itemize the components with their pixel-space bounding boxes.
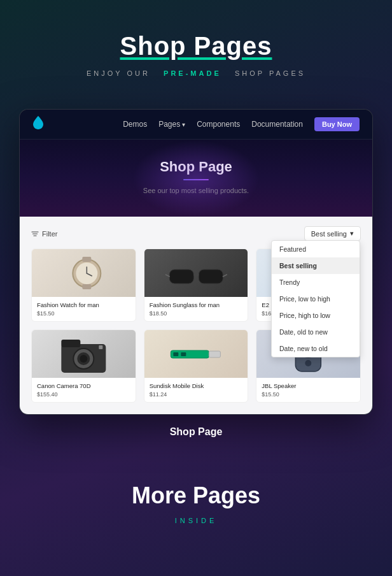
product-info-speaker: JBL Speaker $15.50 [256, 378, 360, 402]
inner-hero: Shop Page See our top most selling produ… [20, 140, 372, 217]
svg-rect-21 [99, 345, 102, 349]
filter-icon [31, 230, 39, 238]
product-image-usb [144, 330, 248, 378]
svg-rect-17 [61, 340, 80, 347]
filter-bar: Filter Best selling ▾ Featured Best sell… [31, 226, 361, 241]
product-card-sunglass[interactable]: ♡ ⊕ Fashion Sunglass for man $18.50 [144, 248, 249, 322]
svg-rect-11 [193, 273, 199, 276]
product-card-usb[interactable]: Sundisk Mobile Disk $11.24 [144, 329, 249, 403]
svg-rect-24 [173, 352, 178, 356]
svg-rect-8 [82, 284, 91, 289]
subtitle-suffix: SHOP PAGES [235, 69, 305, 77]
more-pages-title: More Pages [13, 482, 379, 509]
nav-link-pages[interactable]: Pages ▾ [158, 120, 185, 129]
product-name-watch: Fashion Watch for man [37, 301, 130, 308]
svg-line-13 [223, 275, 227, 277]
product-card-camera[interactable]: Canon Camera 70D $155.40 [31, 329, 136, 403]
inner-navbar: Demos Pages ▾ Components Documentation B… [20, 110, 372, 140]
subtitle-prefix: ENJOY OUR [87, 69, 150, 77]
inner-page-title: Shop Page [32, 159, 360, 175]
dropdown-item-featured[interactable]: Featured [272, 241, 360, 257]
sort-dropdown[interactable]: Best selling ▾ Featured Best selling Tre… [304, 226, 361, 241]
product-price-camera: $155.40 [37, 391, 130, 398]
header-subtitle: ENJOY OUR PRE-MADE SHOP PAGES [13, 69, 379, 77]
product-name-sunglass: Fashion Sunglass for man [150, 301, 243, 308]
product-info-watch: Fashion Watch for man $15.50 [32, 297, 136, 321]
dropdown-item-date-new-old[interactable]: Date, new to old [272, 340, 360, 357]
title-underline [183, 179, 209, 180]
inner-hero-subtitle: See our top most selling products. [32, 187, 360, 194]
product-image-watch [32, 249, 136, 297]
buy-now-button[interactable]: Buy Now [314, 117, 360, 131]
product-price-usb: $11.24 [150, 391, 243, 398]
product-image-camera [32, 330, 136, 378]
inner-nav-links: Demos Pages ▾ Components Documentation B… [123, 117, 360, 131]
header-section: Shop Pages ENJOY OUR PRE-MADE SHOP PAGES [0, 0, 392, 96]
cart-icon[interactable]: ⊕ [231, 275, 244, 287]
product-info-camera: Canon Camera 70D $155.40 [32, 378, 136, 402]
brand-logo [32, 116, 44, 133]
nav-link-documentation[interactable]: Documentation [251, 120, 303, 129]
svg-rect-9 [169, 270, 193, 284]
svg-rect-10 [199, 270, 223, 284]
product-price-watch: $15.50 [37, 310, 130, 317]
product-price-speaker: $15.50 [262, 391, 355, 398]
dropdown-item-bestselling[interactable]: Best selling [272, 257, 360, 274]
product-card-watch[interactable]: Fashion Watch for man $15.50 [31, 248, 136, 322]
svg-rect-23 [209, 351, 220, 357]
product-info-sunglass: Fashion Sunglass for man $18.50 [144, 297, 248, 321]
dropdown-item-price-low-high[interactable]: Price, low to high [272, 291, 360, 307]
svg-rect-25 [181, 352, 186, 356]
subtitle-highlight: PRE-MADE [164, 69, 221, 77]
browser-frame: Demos Pages ▾ Components Documentation B… [19, 109, 373, 415]
svg-point-20 [80, 355, 87, 363]
product-name-speaker: JBL Speaker [262, 382, 355, 389]
wishlist-icon[interactable]: ♡ [231, 259, 244, 272]
product-image-sunglass: ♡ ⊕ [144, 249, 248, 297]
products-area: Filter Best selling ▾ Featured Best sell… [20, 217, 372, 414]
dropdown-item-price-high-low[interactable]: Price, high to low [272, 307, 360, 324]
sort-label: Best selling [311, 230, 347, 238]
filter-button[interactable]: Filter [31, 230, 57, 238]
main-title: Shop Pages [13, 32, 379, 61]
svg-rect-7 [82, 257, 91, 262]
filter-label: Filter [42, 230, 57, 238]
dropdown-item-trendy[interactable]: Trendy [272, 274, 360, 291]
svg-line-12 [165, 275, 169, 277]
sort-dropdown-menu: Featured Best selling Trendy Price, low … [271, 240, 360, 357]
sort-chevron-icon: ▾ [350, 229, 354, 238]
more-pages-subtitle: INSIDE [13, 517, 379, 524]
product-name-usb: Sundisk Mobile Disk [150, 382, 243, 389]
pages-chevron-icon: ▾ [182, 121, 185, 128]
svg-point-30 [305, 360, 312, 366]
product-price-sunglass: $18.50 [150, 310, 243, 317]
dropdown-item-date-old-new[interactable]: Date, old to new [272, 324, 360, 340]
main-title-text: Shop Pages [120, 32, 272, 60]
browser-caption: Shop Page [0, 415, 392, 444]
nav-link-components[interactable]: Components [197, 120, 240, 129]
product-info-usb: Sundisk Mobile Disk $11.24 [144, 378, 248, 402]
nav-link-demos[interactable]: Demos [123, 120, 147, 129]
more-pages-section: More Pages INSIDE [0, 444, 392, 569]
product-name-camera: Canon Camera 70D [37, 382, 130, 389]
